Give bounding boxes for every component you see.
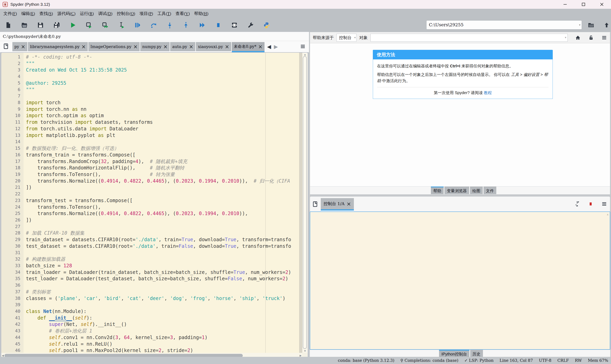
- close-icon[interactable]: ×: [225, 45, 229, 49]
- code-editor[interactable]: 1234567891011121314151617181920212223242…: [1, 52, 308, 359]
- inspect-icon[interactable]: [574, 201, 580, 207]
- close-icon[interactable]: [593, 0, 611, 9]
- tutorial-link[interactable]: 教程: [484, 91, 492, 95]
- working-directory-input[interactable]: C:\Users\29255 ▾: [426, 20, 582, 29]
- menu-item[interactable]: 帮助(H): [192, 9, 211, 18]
- line-number: 21: [1, 184, 24, 191]
- close-icon[interactable]: ×: [21, 45, 25, 49]
- editor-tab[interactable]: auto.py×: [170, 42, 195, 51]
- close-icon[interactable]: ×: [163, 45, 168, 49]
- line-number: 32: [1, 256, 24, 262]
- code-line: classes = ('plane', 'car', 'bird', 'cat'…: [26, 295, 299, 302]
- line-number: 39: [1, 302, 24, 308]
- help-source-label: 帮助来源于: [313, 35, 334, 40]
- vertical-scroll-thumb[interactable]: [303, 56, 307, 349]
- menu-item[interactable]: 编辑(E): [19, 9, 37, 18]
- help-source-value: 控制台: [339, 35, 352, 40]
- record-icon[interactable]: [588, 201, 594, 207]
- menu-item[interactable]: 控制台(O): [115, 9, 137, 18]
- python-path-icon[interactable]: [263, 22, 270, 28]
- debug-file-icon[interactable]: [134, 22, 141, 28]
- help-pane-tab[interactable]: 文件: [484, 187, 496, 194]
- stop-icon[interactable]: [215, 22, 222, 28]
- new-file-icon[interactable]: [3, 43, 9, 50]
- titlebar: S Spyder (Python 3.12): [0, 0, 611, 9]
- editor-tab[interactable]: librarymanagesystem.py×: [28, 42, 88, 51]
- ipython-console-area[interactable]: ▲: [310, 211, 610, 350]
- step-over-icon[interactable]: [150, 22, 157, 28]
- run-cell-icon[interactable]: [86, 22, 92, 28]
- code-line: transforms.RandomHorizontalFlip(), # 随机水…: [26, 165, 299, 171]
- editor-tab[interactable]: numpy.py×: [140, 42, 170, 51]
- menu-item[interactable]: 工具(T): [155, 9, 173, 18]
- line-number: 25: [1, 210, 24, 217]
- scroll-up-icon[interactable]: ▲: [302, 53, 308, 56]
- help-options-menu-icon[interactable]: [601, 35, 607, 41]
- step-into-icon[interactable]: [166, 22, 173, 28]
- close-icon[interactable]: ×: [346, 201, 351, 207]
- maximize-icon[interactable]: [574, 0, 593, 9]
- editor-options-menu-icon[interactable]: [300, 43, 306, 50]
- close-icon[interactable]: ×: [133, 45, 138, 49]
- preferences-icon[interactable]: [247, 22, 254, 28]
- console-options-menu-icon[interactable]: [601, 201, 607, 207]
- run-selection-icon[interactable]: [118, 22, 125, 28]
- code-line: transform_train = transforms.Compose([: [26, 152, 299, 158]
- new-console-icon[interactable]: [312, 201, 318, 207]
- editor-tab[interactable]: 未命名0.py*×: [232, 42, 265, 52]
- code-line: import matplotlib.pyplot as plt: [26, 132, 299, 139]
- step-out-icon[interactable]: [183, 22, 189, 28]
- chevron-down-icon[interactable]: ▾: [579, 21, 581, 29]
- tab-next-icon[interactable]: ▶: [274, 44, 278, 50]
- editor-tab[interactable]: ImageOperations.py×: [88, 42, 140, 51]
- menu-item[interactable]: 运行(R): [78, 9, 96, 18]
- menu-item[interactable]: 项目(P): [137, 9, 155, 18]
- editor-tab-label: numpy.py: [142, 44, 161, 49]
- new-file-icon[interactable]: [5, 22, 12, 28]
- help-object-combobox[interactable]: ▾: [371, 34, 568, 42]
- editor-tab[interactable]: py×: [12, 42, 27, 51]
- parent-directory-button[interactable]: [603, 22, 610, 28]
- code-line: import torch.nn as nn: [26, 106, 299, 113]
- code-line: """: [26, 60, 299, 67]
- line-number: 29: [1, 236, 24, 243]
- line-number: 10: [1, 112, 24, 119]
- line-number: 34: [1, 269, 24, 276]
- lock-icon[interactable]: [588, 35, 594, 41]
- line-number: 7: [1, 93, 24, 100]
- menu-item[interactable]: 查看(V): [173, 9, 192, 18]
- editor-vertical-scrollbar[interactable]: ▲ ▼: [302, 53, 308, 353]
- close-icon[interactable]: ×: [81, 45, 86, 49]
- open-file-icon[interactable]: [21, 22, 28, 28]
- line-number: 11: [1, 119, 24, 126]
- save-all-icon[interactable]: [53, 22, 60, 28]
- home-icon[interactable]: [575, 35, 581, 41]
- help-pane-tab[interactable]: 变量浏览器: [444, 187, 469, 194]
- help-pane-tab[interactable]: 绘图: [470, 187, 483, 194]
- browse-directory-button[interactable]: [588, 22, 595, 28]
- tab-prev-icon[interactable]: ◀: [267, 44, 271, 50]
- divider: [377, 87, 549, 87]
- console-tab[interactable]: 控制台 1/A ×: [321, 198, 354, 210]
- maximize-pane-icon[interactable]: [231, 22, 238, 28]
- code-line: transforms.Normalize((0.4914, 0.4822, 0.…: [26, 210, 299, 217]
- close-icon[interactable]: ×: [189, 45, 193, 49]
- minimize-icon[interactable]: [556, 0, 574, 9]
- help-source-dropdown[interactable]: 控制台 ▾: [336, 34, 357, 42]
- console-pane-tab[interactable]: IPython控制台: [439, 350, 469, 357]
- save-icon[interactable]: [37, 22, 44, 28]
- menu-item[interactable]: 调试(D): [96, 9, 115, 18]
- line-number: 35: [1, 275, 24, 282]
- continue-icon[interactable]: [199, 22, 205, 28]
- editor-tab[interactable]: xiaoyouxi.py×: [196, 42, 231, 51]
- close-icon[interactable]: ×: [258, 45, 263, 49]
- scroll-down-icon[interactable]: ▼: [302, 350, 308, 352]
- code-area[interactable]: # -*- coding: utf-8 -*-"""Created on Wed…: [24, 53, 299, 353]
- menu-item[interactable]: 源代码(C): [55, 9, 78, 18]
- menu-item[interactable]: 文件(F): [1, 9, 19, 18]
- run-cell-advance-icon[interactable]: [102, 22, 108, 28]
- menu-item[interactable]: 查找(S): [37, 9, 55, 18]
- console-pane-tab[interactable]: 历史: [470, 350, 483, 357]
- run-icon[interactable]: [69, 22, 76, 28]
- help-pane-tab[interactable]: 帮助: [431, 187, 444, 194]
